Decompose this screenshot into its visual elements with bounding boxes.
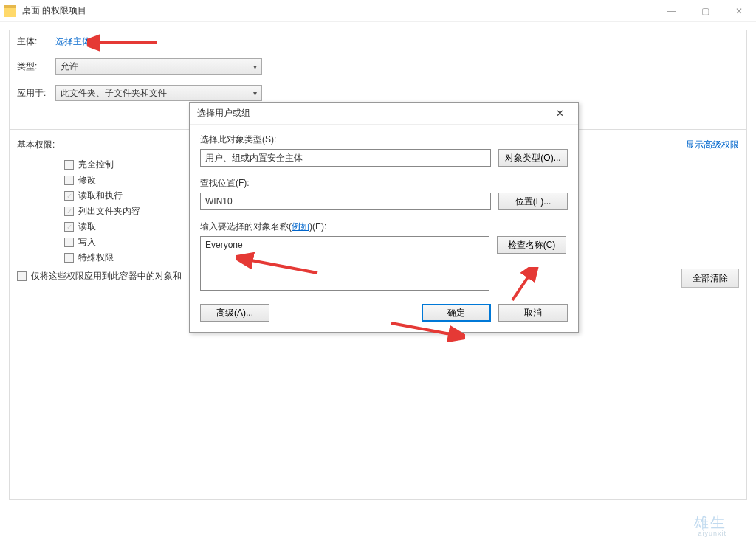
principal-row: 主体: 选择主体 <box>10 30 746 53</box>
chevron-down-icon: ▾ <box>253 63 257 71</box>
clear-all-button[interactable]: 全部清除 <box>681 268 739 288</box>
select-user-dialog: 选择用户或组 ✕ 选择此对象类型(S): 用户、组或内置安全主体 对象类型(O)… <box>189 102 579 333</box>
titlebar: 桌面 的权限项目 — ▢ ✕ <box>0 0 756 22</box>
folder-icon <box>4 5 16 17</box>
object-name-input[interactable]: Everyone <box>200 236 489 291</box>
applies-label: 应用于: <box>17 87 55 100</box>
checkbox-icon <box>64 176 74 185</box>
dialog-title: 选择用户或组 <box>197 107 549 119</box>
close-button[interactable]: ✕ <box>722 0 756 22</box>
object-name-label: 输入要选择的对象名称(例如)(E): <box>200 221 568 233</box>
type-label: 类型: <box>17 60 55 73</box>
show-advanced-link[interactable]: 显示高级权限 <box>686 139 739 151</box>
check-names-button[interactable]: 检查名称(C) <box>497 236 566 254</box>
window-controls: — ▢ ✕ <box>654 0 756 22</box>
example-link[interactable]: 例如 <box>292 221 309 232</box>
checkbox-icon: ✓ <box>64 207 74 216</box>
type-row: 类型: 允许 ▾ <box>10 53 746 80</box>
dialog-body: 选择此对象类型(S): 用户、组或内置安全主体 对象类型(O)... 查找位置(… <box>190 125 578 332</box>
select-principal-link[interactable]: 选择主体 <box>55 35 91 48</box>
maximize-button[interactable]: ▢ <box>688 0 722 22</box>
checkbox-icon <box>64 238 74 247</box>
checkbox-icon: ✓ <box>64 222 74 232</box>
ok-button[interactable]: 确定 <box>422 304 491 322</box>
checkbox-icon: ✓ <box>64 191 74 201</box>
type-dropdown[interactable]: 允许 ▾ <box>55 58 262 75</box>
object-type-label: 选择此对象类型(S): <box>200 134 568 146</box>
location-field: WIN10 <box>200 193 491 210</box>
type-value: 允许 <box>61 60 78 73</box>
checkbox-icon <box>64 160 74 170</box>
dialog-close-button[interactable]: ✕ <box>549 103 571 125</box>
minimize-button[interactable]: — <box>654 0 688 22</box>
object-types-button[interactable]: 对象类型(O)... <box>498 149 568 167</box>
watermark-sub: aiyunxit <box>698 530 726 537</box>
chevron-down-icon: ▾ <box>253 89 257 97</box>
only-apply-row[interactable]: 仅将这些权限应用到此容器中的对象和 <box>17 270 182 283</box>
location-label: 查找位置(F): <box>200 177 568 190</box>
cancel-button[interactable]: 取消 <box>498 304 568 322</box>
window-title: 桌面 的权限项目 <box>22 4 86 17</box>
only-apply-label: 仅将这些权限应用到此容器中的对象和 <box>31 270 182 283</box>
checkbox-icon <box>64 253 74 263</box>
applies-value: 此文件夹、子文件夹和文件 <box>61 87 167 100</box>
dialog-titlebar: 选择用户或组 ✕ <box>190 103 578 125</box>
advanced-button[interactable]: 高级(A)... <box>200 304 269 322</box>
checkbox-icon <box>17 271 27 281</box>
object-type-field: 用户、组或内置安全主体 <box>200 149 491 167</box>
locations-button[interactable]: 位置(L)... <box>498 193 568 210</box>
principal-label: 主体: <box>17 35 55 48</box>
applies-dropdown[interactable]: 此文件夹、子文件夹和文件 ▾ <box>55 85 262 101</box>
